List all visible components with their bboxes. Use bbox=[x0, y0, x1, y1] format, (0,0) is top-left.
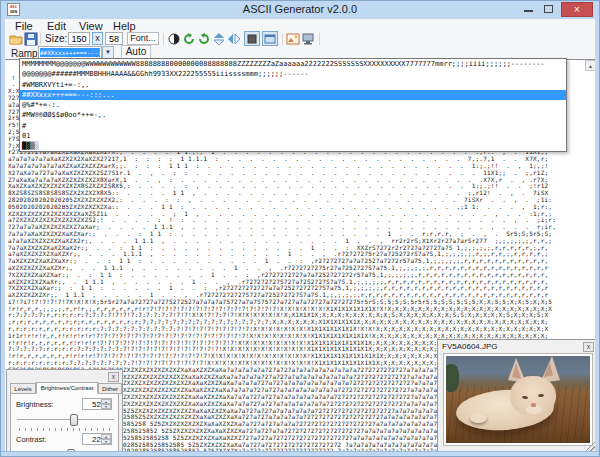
cat-paw bbox=[470, 412, 487, 423]
flip-vertical-button[interactable] bbox=[212, 32, 226, 46]
picture-button[interactable] bbox=[286, 32, 300, 46]
brightness-contrast-page: Brightness: 52 ▲ ▼ Contrast: 22 ▲ ▼ bbox=[10, 394, 119, 453]
slider-track bbox=[17, 419, 114, 421]
menu-file[interactable]: File bbox=[11, 20, 37, 32]
menu-view[interactable]: View bbox=[75, 20, 107, 32]
preview-close-button[interactable]: x bbox=[583, 342, 594, 352]
brightness-slider-thumb[interactable] bbox=[70, 414, 78, 426]
maximize-icon bbox=[544, 5, 553, 13]
open-file-button[interactable] bbox=[9, 32, 23, 46]
image-to-window-toggle[interactable] bbox=[262, 31, 278, 46]
toolbar-separator bbox=[40, 33, 41, 45]
ramp-option[interactable]: █▓▒░ bbox=[20, 141, 566, 151]
ramp-option[interactable]: #MW®®ØØ$$ø0oo*++=-,. bbox=[20, 110, 566, 120]
height-input[interactable] bbox=[105, 32, 123, 45]
window-border bbox=[595, 19, 599, 456]
ramp-dropdown-list[interactable]: MMMMMMMM@@@@@@@WWWWWWWWWWWW8888888800000… bbox=[19, 58, 567, 152]
ramp-option[interactable]: 01 bbox=[20, 131, 566, 141]
brightness-slider[interactable] bbox=[17, 413, 114, 427]
toolbar-separator bbox=[319, 33, 320, 45]
toolbar-separator bbox=[163, 33, 164, 45]
slider-ticks bbox=[19, 428, 114, 431]
rotate-left-button[interactable] bbox=[182, 32, 196, 46]
preview-title: FV5A0604.JPG bbox=[442, 342, 498, 351]
adjust-panel-close-button[interactable]: x bbox=[108, 372, 119, 382]
minimize-icon bbox=[524, 10, 533, 12]
tab-levels[interactable]: Levels bbox=[10, 383, 36, 394]
cat-nose bbox=[531, 403, 536, 407]
title-bar[interactable]: ASCGEN ASCII Generator v2.0.0 × bbox=[1, 1, 599, 19]
ramp-option[interactable]: @%#*+=-:. bbox=[20, 100, 566, 110]
spin-down-icon[interactable]: ▼ bbox=[101, 439, 111, 444]
minimize-button[interactable] bbox=[520, 2, 538, 17]
maximize-button[interactable] bbox=[540, 2, 558, 17]
brightness-spinner[interactable]: 52 ▲ ▼ bbox=[82, 398, 112, 410]
ramp-option[interactable]: @@@@@@@######MMMBBHHHAAAA&&GGhh9933XX222… bbox=[20, 69, 566, 79]
brightness-label: Brightness: bbox=[16, 400, 54, 409]
brightness-value: 52 bbox=[84, 400, 101, 409]
image-preview-panel[interactable]: FV5A0604.JPG x bbox=[437, 339, 597, 453]
save-button[interactable] bbox=[24, 32, 38, 46]
window-border bbox=[1, 451, 599, 456]
width-input[interactable] bbox=[68, 32, 90, 45]
app-window: ASCGEN ASCII Generator v2.0.0 × File Edi… bbox=[0, 0, 600, 457]
spin-down-icon[interactable]: ▼ bbox=[101, 404, 111, 409]
adjust-panel[interactable]: x Levels Brightness/Contrast Dither Brig… bbox=[6, 369, 123, 453]
black-on-white-toggle[interactable] bbox=[244, 31, 260, 46]
ramp-combobox-value: ##XXxxx+++===---:::... bbox=[40, 48, 100, 57]
window-border bbox=[1, 19, 5, 456]
ramp-option[interactable]: ##XXxxx+++===---:::... bbox=[20, 90, 566, 100]
size-label: Size: bbox=[45, 33, 67, 44]
toolbar-separator bbox=[282, 33, 283, 45]
monitor-button[interactable] bbox=[301, 32, 315, 46]
ramp-option[interactable]: # bbox=[20, 121, 566, 131]
flip-horizontal-button[interactable] bbox=[227, 32, 241, 46]
resize-grip[interactable] bbox=[586, 442, 595, 451]
font-button[interactable]: Font... bbox=[127, 32, 159, 45]
toolbar-main: Size: x Font... bbox=[5, 32, 597, 47]
close-button[interactable]: × bbox=[561, 2, 593, 17]
contrast-label: Contrast: bbox=[16, 435, 46, 444]
contrast-spinner[interactable]: 22 ▲ ▼ bbox=[82, 433, 112, 445]
contrast-value: 22 bbox=[84, 435, 101, 444]
menu-help[interactable]: Help bbox=[109, 20, 140, 32]
menu-bar: File Edit View Help bbox=[5, 19, 597, 33]
ramp-option[interactable]: #WMBRXVYti+=-:,. bbox=[20, 80, 566, 90]
tab-dither[interactable]: Dither bbox=[98, 383, 122, 394]
cat-photo bbox=[446, 356, 590, 443]
background-object bbox=[446, 364, 459, 392]
size-link-button[interactable]: x bbox=[92, 32, 103, 45]
rotate-right-button[interactable] bbox=[197, 32, 211, 46]
tab-brightness-contrast[interactable]: Brightness/Contrast bbox=[36, 382, 98, 394]
window-title: ASCII Generator v2.0.0 bbox=[1, 3, 599, 15]
auto-toggle-button[interactable]: Auto bbox=[121, 45, 151, 59]
invert-icon-button[interactable] bbox=[167, 32, 181, 46]
ramp-option[interactable]: MMMMMMMM@@@@@@@WWWWWWWWWWWW8888888800000… bbox=[20, 59, 566, 69]
photo-frame bbox=[443, 353, 593, 446]
menu-edit[interactable]: Edit bbox=[43, 20, 70, 32]
